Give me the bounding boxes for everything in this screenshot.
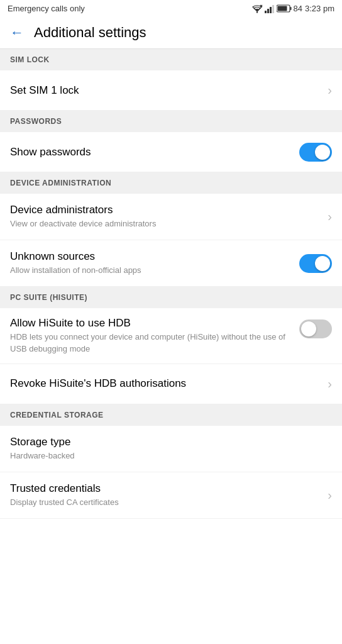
- chevron-icon: ›: [328, 83, 332, 97]
- battery-icon: [277, 4, 292, 13]
- toggle-knob: [301, 321, 316, 336]
- status-bar: Emergency calls only: [0, 0, 342, 17]
- toggle-knob: [315, 145, 330, 160]
- list-item-allow-hisuite-hdb[interactable]: Allow HiSuite to use HDB HDB lets you co…: [0, 308, 342, 364]
- section-header-sim-lock: SIM LOCK: [0, 49, 342, 70]
- section-pc-suite: PC SUITE (HISUITE) Allow HiSuite to use …: [0, 287, 342, 404]
- list-item-show-passwords[interactable]: Show passwords: [0, 132, 342, 172]
- list-item-device-administrators[interactable]: Device administrators View or deactivate…: [0, 194, 342, 240]
- status-bar-right: 84 3:23 pm: [251, 4, 334, 13]
- storage-type-subtitle: Hardware-backed: [10, 450, 327, 462]
- section-credential-storage: CREDENTIAL STORAGE Storage type Hardware…: [0, 404, 342, 519]
- wifi-icon: [251, 4, 263, 13]
- show-passwords-title: Show passwords: [10, 146, 294, 158]
- svg-point-0: [256, 11, 257, 13]
- section-device-administration: DEVICE ADMINISTRATION Device administrat…: [0, 172, 342, 287]
- trusted-credentials-title: Trusted credentials: [10, 482, 323, 495]
- list-item-revoke-hisuite[interactable]: Revoke HiSuite's HDB authorisations ›: [0, 364, 342, 404]
- list-item-unknown-sources[interactable]: Unknown sources Allow installation of no…: [0, 240, 342, 287]
- allow-hisuite-hdb-title: Allow HiSuite to use HDB: [10, 317, 294, 330]
- section-header-passwords: PASSWORDS: [0, 111, 342, 132]
- chevron-icon: ›: [328, 209, 332, 224]
- list-item-storage-type: Storage type Hardware-backed: [0, 426, 342, 472]
- show-passwords-toggle[interactable]: [299, 143, 332, 162]
- device-administrators-title: Device administrators: [10, 204, 323, 216]
- toggle-knob: [315, 256, 330, 271]
- battery-level: 84: [294, 4, 302, 13]
- list-item-set-sim1-lock[interactable]: Set SIM 1 lock ›: [0, 70, 342, 111]
- time-display: 3:23 pm: [305, 4, 334, 13]
- svg-rect-6: [272, 5, 274, 13]
- svg-rect-4: [267, 9, 269, 13]
- section-header-device-admin: DEVICE ADMINISTRATION: [0, 172, 342, 194]
- svg-rect-5: [270, 7, 272, 13]
- set-sim1-lock-title: Set SIM 1 lock: [10, 84, 323, 97]
- device-administrators-subtitle: View or deactivate device administrators: [10, 218, 323, 230]
- status-icons: 84: [251, 4, 302, 13]
- signal-icon: [265, 4, 275, 13]
- section-header-credential-storage: CREDENTIAL STORAGE: [0, 404, 342, 426]
- svg-rect-8: [290, 7, 291, 10]
- status-bar-left: Emergency calls only: [8, 4, 85, 13]
- list-item-trusted-credentials[interactable]: Trusted credentials Display trusted CA c…: [0, 472, 342, 519]
- allow-hisuite-hdb-toggle[interactable]: [299, 319, 332, 338]
- back-button[interactable]: ←: [10, 25, 24, 41]
- unknown-sources-title: Unknown sources: [10, 250, 294, 263]
- svg-rect-3: [265, 11, 267, 13]
- chevron-icon: ›: [328, 377, 332, 391]
- chevron-icon: ›: [328, 488, 332, 502]
- section-sim-lock: SIM LOCK Set SIM 1 lock ›: [0, 49, 342, 111]
- storage-type-title: Storage type: [10, 436, 327, 448]
- revoke-hisuite-title: Revoke HiSuite's HDB authorisations: [10, 377, 323, 390]
- page-title: Additional settings: [34, 25, 146, 41]
- unknown-sources-toggle[interactable]: [299, 254, 332, 273]
- section-passwords: PASSWORDS Show passwords: [0, 111, 342, 172]
- unknown-sources-subtitle: Allow installation of non-official apps: [10, 265, 294, 276]
- allow-hisuite-hdb-subtitle: HDB lets you connect your device and com…: [10, 331, 294, 354]
- section-header-pc-suite: PC SUITE (HISUITE): [0, 287, 342, 308]
- toolbar: ← Additional settings: [0, 17, 342, 49]
- trusted-credentials-subtitle: Display trusted CA certificates: [10, 497, 323, 508]
- svg-rect-9: [277, 6, 287, 11]
